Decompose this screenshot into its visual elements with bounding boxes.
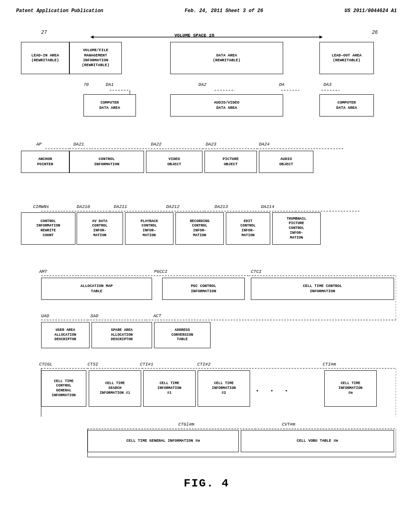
header-left: Patent Application Publication: [16, 8, 103, 14]
ref-amt: AMT: [39, 269, 47, 274]
audio-object-box: AUDIO OBJECT: [259, 151, 313, 173]
ref-da210: DA210: [77, 204, 90, 209]
ref-da24: DA24: [259, 142, 269, 147]
ref-70: 70: [83, 82, 89, 87]
ref-ctci: CTCI: [251, 269, 261, 274]
lead-in-box: LEAD–IN AREA (REWRITABLE): [21, 42, 69, 74]
ref-da2: DA2: [198, 82, 206, 87]
volume-space-label: VOLUME SPACE 28: [134, 33, 255, 38]
thumbnail-ctrl-box: THUMBNAIL PICTURE CONTROL INFOR– MATION: [272, 212, 321, 245]
cell-vobu-table-m-box: CELL VOBU TABLE #m: [241, 430, 394, 452]
recording-ctrl-box: RECORDING CONTROL INFOR– MATION: [175, 212, 224, 245]
ref-da21: DA21: [73, 142, 84, 147]
page-header: Patent Application Publication Feb. 24, …: [16, 8, 397, 14]
ref-act: ACT: [153, 314, 161, 318]
ref-uad: UAD: [41, 314, 49, 318]
ref-da211: DA211: [114, 204, 127, 209]
volume-file-box: VOLUME/FILE MANAGEMENT INFORMATION (REWR…: [69, 42, 122, 74]
edit-ctrl-box: EDIT CONTROL INFOR– MATION: [226, 212, 270, 245]
ref-26: 26: [372, 30, 378, 35]
ref-ctgim: CTGl#m: [178, 422, 194, 427]
ref-da214: DA214: [261, 204, 274, 209]
ref-ctcgl: CTCGL: [39, 362, 52, 367]
cell-time-info-2-box: CELL TIME INFORMATION #2: [198, 370, 250, 407]
cell-time-info-m-box: CELL TIME INFORMATION #m: [324, 370, 377, 407]
address-conv-box: ADDRESS CONVERSION TABLE: [154, 322, 211, 348]
ref-cvtm: CVT#m: [282, 422, 295, 427]
svg-marker-2: [319, 35, 323, 39]
ref-da3: DA3: [323, 82, 332, 87]
spare-area-box: SPARE AREA ALLOCATION DESCRIPTOR: [92, 322, 152, 348]
ref-ctim: CTI#m: [323, 362, 336, 367]
header-right: US 2011/0044624 A1: [344, 8, 397, 14]
ref-ap: AP: [36, 142, 42, 147]
alloc-map-table-box: ALLOCATION MAP TABLE: [41, 278, 152, 300]
cell-time-ctrl-gen-box: CELL TIME CONTROL GENERAL INFORMATION: [41, 370, 86, 407]
ref-pgcci: PGCCI: [154, 269, 167, 274]
cell-time-search-box: CELL TIME SEARCH INFORMATION #1: [89, 370, 141, 407]
lead-out-box: LEAD–OUT AREA (REWRITABLE): [319, 42, 374, 74]
ref-da22: DA22: [151, 142, 161, 147]
ref-da212: DA212: [166, 204, 179, 209]
ctrl-info-rewrite-box: CONTROL INFORMATION REWRITE COUNT: [21, 212, 75, 245]
ellipsis: . . .: [255, 384, 291, 394]
pgc-control-box: PGC CONTROL INFORMATION: [162, 278, 245, 300]
diagram: 27 26 VOLUME SPACE 28 LEAD–IN AREA (REWR…: [17, 26, 396, 469]
av-data-ctrl-box: AV DATA CONTROL INFOR– MATION: [77, 212, 123, 245]
ref-da1: DA1: [106, 82, 114, 87]
computer-data-2: COMPUTER DATA AREA: [319, 94, 374, 116]
cell-time-control-box: CELL TIME CONTROL INFORMATION: [251, 278, 394, 300]
computer-data-1: COMPUTER DATA AREA: [83, 94, 136, 116]
header-middle: Feb. 24, 2011 Sheet 3 of 26: [185, 8, 263, 14]
ref-da23: DA23: [206, 142, 216, 147]
audio-video-box: AUDIO/VIDEO DATA AREA: [170, 94, 283, 116]
video-object-box: VIDEO OBJECT: [146, 151, 202, 173]
ref-ctsi: CTSI: [88, 362, 98, 367]
cell-time-gen-info-m-box: CELL TIME GENERAL INFORMATION #m: [88, 430, 239, 452]
svg-marker-1: [90, 35, 94, 39]
ref-da: DA: [279, 82, 284, 87]
ref-cirwns: CIRWNs: [33, 204, 49, 209]
picture-object-box: PICTURE OBJECT: [204, 151, 257, 173]
ref-cti1: CTI#1: [140, 362, 153, 367]
data-area-box: DATA AREA (REWRITABLE): [170, 42, 283, 74]
anchor-pointer-box: ANCHOR POINTER: [21, 151, 69, 173]
ref-da213: DA213: [215, 204, 228, 209]
user-area-box: USER AREA ALLOCATION DESCRIPTOR: [41, 322, 90, 348]
control-info-box: CONTROL INFORMATION: [69, 151, 144, 173]
ref-cti2: CTI#2: [197, 362, 211, 367]
playback-ctrl-box: PLAYBACK CONTROL INFOR– MATION: [125, 212, 173, 245]
ref-sad: SAD: [90, 314, 98, 318]
figure-label: FIG. 4: [16, 477, 397, 490]
ref-27: 27: [41, 30, 47, 35]
cell-time-info-1-box: CELL TIME INFORMATION #1: [143, 370, 196, 407]
